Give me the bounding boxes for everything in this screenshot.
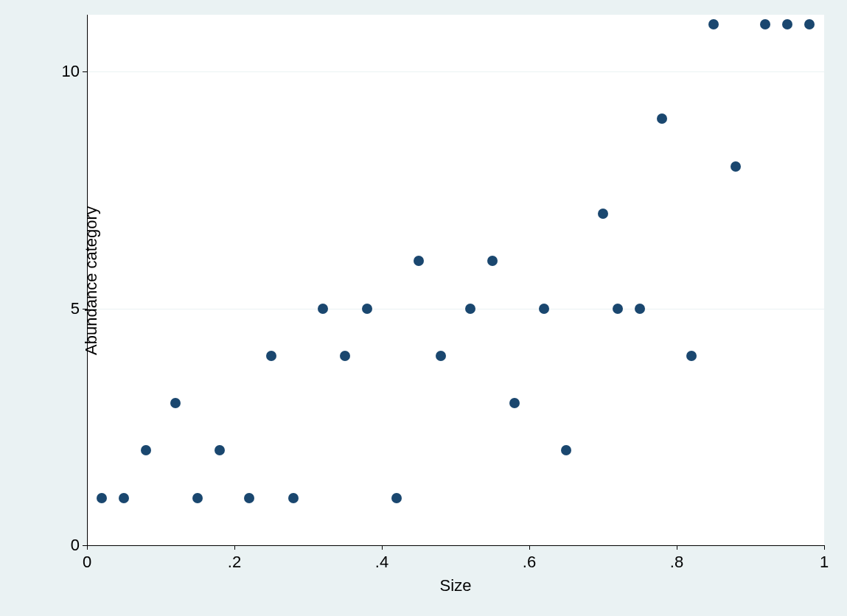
y-tick-label: 0 bbox=[57, 536, 80, 555]
data-point bbox=[509, 398, 520, 408]
x-tick bbox=[824, 545, 825, 550]
x-tick-label: .4 bbox=[375, 553, 388, 572]
x-tick bbox=[677, 545, 677, 550]
data-point bbox=[561, 445, 571, 455]
data-point bbox=[487, 256, 498, 266]
data-point bbox=[288, 493, 299, 503]
y-tick-label: 5 bbox=[57, 299, 80, 318]
data-point bbox=[436, 351, 446, 361]
y-tick bbox=[83, 309, 87, 309]
data-point bbox=[760, 19, 770, 29]
data-point bbox=[340, 351, 350, 361]
x-tick-label: 0 bbox=[83, 553, 91, 572]
data-point bbox=[192, 493, 203, 503]
x-axis-label: Size bbox=[440, 576, 472, 595]
y-tick-label: 10 bbox=[57, 62, 80, 81]
x-tick bbox=[382, 545, 383, 550]
x-tick-label: .2 bbox=[228, 553, 241, 572]
x-tick bbox=[529, 545, 530, 550]
gridline bbox=[87, 71, 824, 72]
x-tick-label: 1 bbox=[820, 553, 829, 572]
data-point bbox=[598, 209, 608, 219]
y-axis-label: Abundance category bbox=[82, 206, 101, 355]
data-point bbox=[731, 161, 741, 172]
data-point bbox=[266, 351, 276, 361]
data-point bbox=[708, 19, 719, 29]
data-point bbox=[119, 493, 129, 503]
data-point bbox=[465, 304, 475, 314]
data-point bbox=[97, 493, 107, 503]
data-point bbox=[318, 304, 328, 314]
data-point bbox=[362, 304, 372, 314]
data-point bbox=[657, 113, 667, 124]
y-tick bbox=[83, 71, 87, 72]
data-point bbox=[686, 351, 697, 361]
data-point bbox=[613, 304, 623, 314]
data-point bbox=[804, 19, 815, 29]
data-point bbox=[244, 493, 254, 503]
data-point bbox=[539, 304, 549, 314]
x-tick bbox=[87, 545, 88, 550]
x-tick-label: .8 bbox=[670, 553, 683, 572]
x-tick-label: .6 bbox=[523, 553, 536, 572]
data-point bbox=[170, 398, 181, 408]
plot-area bbox=[87, 15, 824, 545]
data-point bbox=[391, 493, 402, 503]
data-point bbox=[215, 445, 225, 455]
data-point bbox=[414, 256, 424, 266]
gridline bbox=[87, 309, 824, 309]
data-point bbox=[782, 19, 792, 29]
x-tick bbox=[234, 545, 235, 550]
data-point bbox=[141, 445, 151, 455]
scatter-chart: Abundance category Size 05100.2.4.6.81 bbox=[0, 0, 847, 616]
data-point bbox=[635, 304, 645, 314]
x-axis-line bbox=[87, 545, 824, 546]
